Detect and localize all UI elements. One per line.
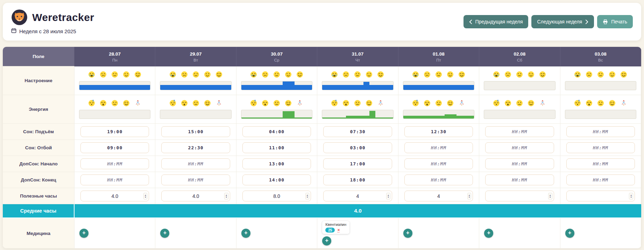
nap_start-input-28.07[interactable] [80,158,149,169]
neutral-face-icon[interactable] [435,100,442,107]
add-medicine-button[interactable]: + [79,229,89,238]
happy-face-icon[interactable] [123,100,130,107]
neutral-face-icon[interactable] [111,71,118,78]
rocket-icon[interactable] [620,100,627,107]
nap_start-input-30.07[interactable] [242,158,311,169]
nap_end-input-28.07[interactable] [80,174,149,185]
happy-face-icon[interactable] [285,100,292,107]
stepper-arrows-icon[interactable]: ▴▾ [224,193,228,199]
happy-face-icon[interactable] [204,100,211,107]
happy-face-icon[interactable] [134,71,141,78]
sleep_wake-input-30.07[interactable] [242,126,311,137]
mood-chart[interactable] [241,81,312,90]
useful-hours-input-02.08[interactable] [485,191,554,201]
weary-face-icon[interactable] [504,100,511,107]
sleep_wake-input-01.08[interactable] [404,126,473,137]
sleeping-face-icon[interactable] [250,100,257,107]
crying-face-icon[interactable] [250,71,257,78]
sleep_wake-input-28.07[interactable] [80,126,149,137]
stepper-arrows-icon[interactable]: ▴▾ [143,193,148,199]
sad-face-icon[interactable] [100,71,107,78]
neutral-face-icon[interactable] [354,100,361,107]
weary-face-icon[interactable] [262,100,269,107]
mood-chart[interactable] [79,81,150,90]
nap_start-input-02.08[interactable] [485,158,554,169]
useful-hours-input-01.08[interactable] [404,191,473,201]
nap_start-input-31.07[interactable] [323,158,392,169]
slight-smile-face-icon[interactable] [528,71,535,78]
rocket-icon[interactable] [377,100,384,107]
happy-face-icon[interactable] [447,100,454,107]
sleep_bed-input-29.07[interactable] [161,142,230,153]
rocket-icon[interactable] [134,100,141,107]
useful-hours-input-31.07[interactable] [323,191,392,201]
sleep_wake-input-31.07[interactable] [323,126,392,137]
add-medicine-button[interactable]: + [484,229,493,238]
neutral-face-icon[interactable] [354,71,361,78]
mood-chart[interactable] [565,81,636,90]
useful-hours-input-28.07[interactable] [80,191,149,201]
add-medicine-button[interactable]: + [565,229,574,238]
neutral-face-icon[interactable] [273,100,280,107]
sleeping-face-icon[interactable] [88,100,95,107]
add-medicine-button[interactable]: + [160,229,169,238]
neutral-face-icon[interactable] [435,71,442,78]
happy-face-icon[interactable] [296,71,303,78]
sad-face-icon[interactable] [181,71,188,78]
sleep_bed-input-30.07[interactable] [242,142,311,153]
neutral-face-icon[interactable] [516,100,523,107]
rocket-icon[interactable] [458,100,465,107]
happy-face-icon[interactable] [528,100,535,107]
sad-face-icon[interactable] [262,71,269,78]
slight-smile-face-icon[interactable] [204,71,211,78]
sleep_bed-input-31.07[interactable] [323,142,392,153]
mood-chart[interactable] [322,81,393,90]
sleeping-face-icon[interactable] [412,100,419,107]
rocket-icon[interactable] [539,100,546,107]
neutral-face-icon[interactable] [111,100,118,107]
slight-smile-face-icon[interactable] [609,71,616,78]
rocket-icon[interactable] [296,100,303,107]
add-medicine-button[interactable]: + [241,229,250,238]
next-week-button[interactable]: Следующая неделя [531,15,594,28]
neutral-face-icon[interactable] [192,100,199,107]
crying-face-icon[interactable] [412,71,419,78]
sad-face-icon[interactable] [586,71,593,78]
sleeping-face-icon[interactable] [493,100,500,107]
neutral-face-icon[interactable] [192,71,199,78]
energy-chart[interactable] [160,110,231,119]
mood-chart[interactable] [403,81,474,90]
sleep_bed-input-02.08[interactable] [485,142,554,153]
nap_end-input-02.08[interactable] [485,174,554,185]
nap_end-input-03.08[interactable] [566,174,635,185]
sleep_wake-input-03.08[interactable] [566,126,635,137]
useful-hours-input-30.07[interactable] [242,191,311,201]
sleep_bed-input-01.08[interactable] [404,142,473,153]
prev-week-button[interactable]: Предыдущая неделя [463,15,529,28]
stepper-arrows-icon[interactable]: ▴▾ [629,193,633,199]
stepper-arrows-icon[interactable]: ▴▾ [548,193,552,199]
slight-smile-face-icon[interactable] [366,71,373,78]
energy-chart[interactable] [79,110,150,119]
nap_end-input-31.07[interactable] [323,174,392,185]
crying-face-icon[interactable] [331,71,338,78]
nap_start-input-01.08[interactable] [404,158,473,169]
sad-face-icon[interactable] [424,71,431,78]
stepper-arrows-icon[interactable]: ▴▾ [305,193,310,199]
sleeping-face-icon[interactable] [169,100,176,107]
useful-hours-input-29.07[interactable] [161,191,230,201]
mood-chart[interactable] [160,81,231,90]
slight-smile-face-icon[interactable] [447,71,454,78]
happy-face-icon[interactable] [458,71,465,78]
sleep_wake-input-02.08[interactable] [485,126,554,137]
energy-chart[interactable] [322,110,393,119]
crying-face-icon[interactable] [574,71,581,78]
nap_end-input-29.07[interactable] [161,174,230,185]
add-medicine-button[interactable]: + [403,229,412,238]
happy-face-icon[interactable] [539,71,546,78]
sleeping-face-icon[interactable] [574,100,581,107]
crying-face-icon[interactable] [493,71,500,78]
stepper-arrows-icon[interactable]: ▴▾ [467,193,472,199]
weary-face-icon[interactable] [342,100,349,107]
sleep_bed-input-03.08[interactable] [566,142,635,153]
